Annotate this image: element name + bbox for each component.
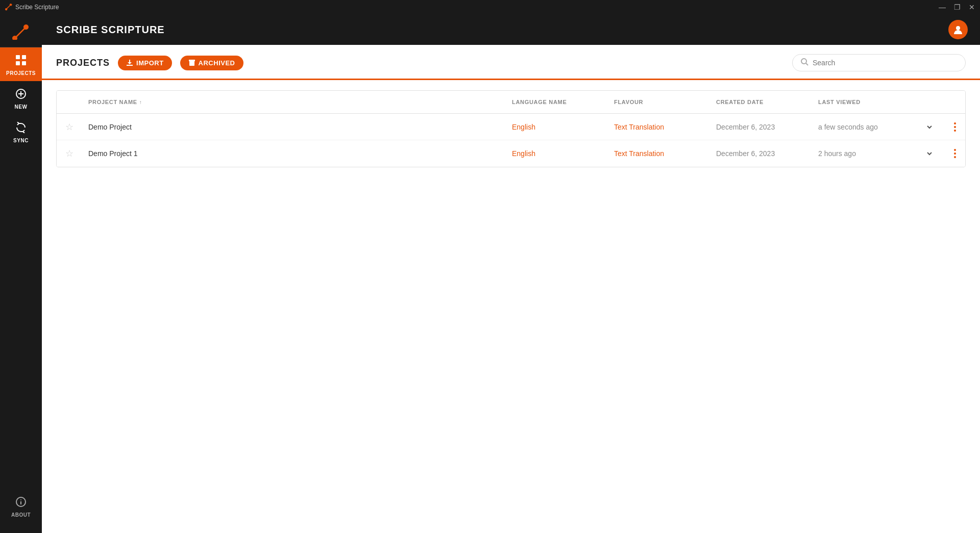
import-icon [126, 59, 133, 66]
last-viewed-cell-row1: a few seconds ago [812, 116, 914, 138]
import-button[interactable]: Import [118, 56, 172, 70]
svg-rect-3 [22, 61, 26, 65]
col-header-expand [914, 96, 945, 108]
sidebar-nav: Projects New [0, 47, 42, 489]
projects-page-title: Projects [56, 58, 110, 68]
col-header-language: Language Name [506, 96, 608, 108]
topbar-title: Scribe Scripture [56, 24, 165, 36]
sidebar-item-sync[interactable]: Sync [0, 115, 42, 148]
projects-table: Project Name ↑ Language Name Flavour Cre… [56, 90, 966, 167]
more-options-icon-row2 [954, 149, 956, 158]
app-logo-icon [12, 21, 30, 40]
titlebar: Scribe Scripture — ❐ ✕ [0, 0, 980, 14]
table-row: ☆ Demo Project 1 English Text Translatio… [57, 140, 965, 167]
search-input[interactable] [813, 59, 957, 67]
search-box [792, 54, 966, 71]
svg-point-18 [954, 149, 956, 151]
sidebar-item-sync-label: Sync [13, 138, 29, 143]
topbar: Scribe Scripture [42, 14, 980, 45]
more-options-cell-row1[interactable] [945, 115, 965, 139]
star-cell-row2[interactable]: ☆ [57, 141, 82, 166]
svg-point-15 [954, 122, 956, 124]
sync-icon [15, 122, 27, 136]
maximize-button[interactable]: ❐ [954, 4, 961, 11]
sidebar-item-about-label: About [11, 512, 31, 518]
sidebar: Projects New [0, 14, 42, 533]
table-row: ☆ Demo Project English Text Translation … [57, 114, 965, 140]
language-cell-row1: English [506, 116, 608, 138]
sidebar-item-projects[interactable]: Projects [0, 47, 42, 81]
svg-rect-11 [127, 65, 133, 66]
star-icon-row2[interactable]: ☆ [65, 148, 74, 159]
user-avatar[interactable] [948, 20, 968, 39]
app-layout: Projects New [0, 14, 980, 533]
col-header-flavour: Flavour [608, 96, 710, 108]
last-viewed-cell-row2: 2 hours ago [812, 142, 914, 165]
info-circle-icon [15, 496, 27, 510]
sidebar-header [0, 14, 42, 47]
main-area: Scribe Scripture Projects [42, 14, 980, 533]
svg-rect-0 [16, 55, 20, 59]
close-button[interactable]: ✕ [969, 4, 975, 11]
svg-point-16 [954, 126, 956, 128]
svg-point-13 [801, 59, 806, 64]
plus-circle-icon [15, 88, 27, 102]
created-date-cell-row2: December 6, 2023 [710, 142, 812, 165]
flavour-cell-row1: Text Translation [608, 116, 710, 138]
svg-point-17 [954, 130, 956, 132]
svg-rect-2 [16, 61, 20, 65]
col-header-star [57, 96, 82, 108]
projects-header: Projects Import [42, 45, 980, 80]
sort-arrow-icon: ↑ [139, 99, 142, 105]
svg-rect-12 [189, 60, 195, 61]
minimize-button[interactable]: — [939, 4, 946, 11]
star-icon-row1[interactable]: ☆ [65, 121, 74, 133]
expand-cell-row2[interactable] [914, 142, 945, 165]
content-area: Projects Import [42, 45, 980, 533]
col-header-created: Created Date [710, 96, 812, 108]
more-options-icon-row1 [954, 122, 956, 132]
chevron-down-icon-row1 [925, 123, 934, 131]
project-name-cell-row1: Demo Project [82, 116, 506, 138]
sidebar-item-about[interactable]: About [11, 489, 31, 523]
project-name-cell-row2: Demo Project 1 [82, 142, 506, 165]
sidebar-item-projects-label: Projects [6, 70, 36, 76]
flavour-cell-row2: Text Translation [608, 142, 710, 165]
svg-point-19 [954, 153, 956, 155]
titlebar-left: Scribe Scripture [5, 4, 59, 11]
sidebar-footer: About [11, 489, 31, 533]
titlebar-controls: — ❐ ✕ [939, 4, 975, 11]
sidebar-item-new[interactable]: New [0, 81, 42, 115]
created-date-cell-row1: December 6, 2023 [710, 116, 812, 138]
chevron-down-icon-row2 [925, 149, 934, 158]
svg-point-9 [21, 500, 21, 500]
svg-rect-1 [22, 55, 26, 59]
search-icon [801, 58, 808, 67]
archived-button[interactable]: Archived [180, 56, 243, 70]
col-header-last-viewed: Last Viewed [812, 96, 914, 108]
star-cell-row1[interactable]: ☆ [57, 114, 82, 140]
sidebar-item-new-label: New [15, 104, 28, 110]
more-options-cell-row2[interactable] [945, 142, 965, 165]
col-header-project-name[interactable]: Project Name ↑ [82, 96, 506, 108]
titlebar-app-icon [5, 4, 12, 11]
projects-header-left: Projects Import [56, 56, 243, 70]
language-cell-row2: English [506, 142, 608, 165]
archive-icon [188, 59, 195, 66]
titlebar-app-name: Scribe Scripture [15, 4, 59, 11]
svg-point-20 [954, 156, 956, 158]
col-header-more [945, 96, 965, 108]
table-header: Project Name ↑ Language Name Flavour Cre… [57, 91, 965, 114]
expand-cell-row1[interactable] [914, 116, 945, 138]
svg-point-10 [956, 26, 960, 30]
svg-line-14 [806, 63, 808, 65]
grid-icon [15, 55, 27, 68]
